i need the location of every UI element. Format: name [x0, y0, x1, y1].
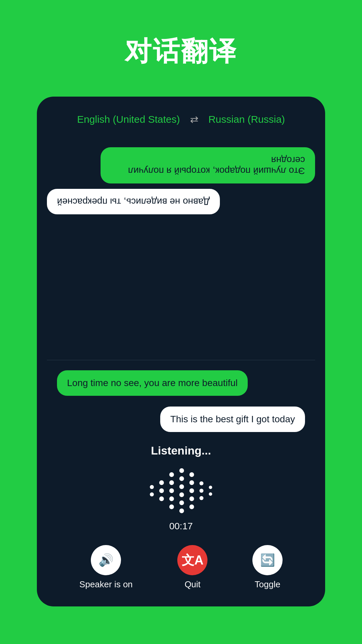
- lower-white-bubble: This is the best gift I got today: [160, 407, 305, 432]
- quit-control: 文A Quit: [177, 545, 207, 590]
- waveform: [150, 464, 212, 518]
- dot: [189, 504, 194, 509]
- dot: [159, 496, 164, 501]
- language-row: English (United States) ⇄ Russian (Russi…: [37, 110, 325, 135]
- translate-icon: 文A: [182, 552, 203, 569]
- dot: [199, 496, 203, 500]
- quit-label: Quit: [185, 579, 201, 590]
- speaker-button[interactable]: 🔊: [91, 545, 121, 575]
- dot: [199, 481, 203, 485]
- dot: [179, 476, 184, 481]
- listening-section: Listening...: [37, 437, 325, 542]
- dot: [169, 496, 174, 501]
- source-language[interactable]: English (United States): [77, 114, 180, 125]
- dot: [209, 486, 212, 489]
- speaker-control: 🔊 Speaker is on: [79, 545, 133, 590]
- lower-green-bubble: Long time no see, you are more beautiful: [57, 370, 248, 396]
- dot: [209, 492, 212, 496]
- toggle-label: Toggle: [255, 579, 281, 590]
- dot: [179, 484, 184, 489]
- refresh-icon: 🔄: [260, 553, 275, 567]
- dot: [199, 489, 203, 493]
- toggle-control: 🔄 Toggle: [252, 545, 283, 590]
- dot: [179, 468, 184, 473]
- dot: [169, 480, 174, 485]
- wave-col-1: [150, 485, 154, 496]
- listening-status: Listening...: [151, 444, 211, 457]
- dot: [169, 504, 174, 509]
- dot: [159, 488, 164, 493]
- wave-col-2: [159, 480, 164, 501]
- dot: [169, 472, 174, 477]
- dot: [189, 496, 194, 501]
- dot: [189, 472, 194, 477]
- wave-col-7: [209, 486, 212, 496]
- dot: [169, 488, 174, 493]
- speaker-label: Speaker is on: [79, 579, 133, 590]
- dot: [179, 492, 184, 497]
- wave-col-6: [199, 481, 203, 500]
- quit-button[interactable]: 文A: [177, 545, 207, 575]
- timer-display: 00:17: [169, 521, 193, 532]
- upper-chat-section: Давно не виделись, ты прекрасней Это луч…: [47, 135, 315, 360]
- dot: [189, 480, 194, 485]
- dot: [150, 492, 154, 496]
- target-language[interactable]: Russian (Russia): [208, 114, 285, 125]
- dot: [159, 480, 164, 485]
- dot: [189, 488, 194, 493]
- dot: [179, 508, 184, 513]
- wave-col-5: [189, 472, 194, 509]
- speaker-icon: 🔊: [99, 553, 114, 567]
- phone-card: English (United States) ⇄ Russian (Russi…: [37, 97, 325, 606]
- swap-languages-icon[interactable]: ⇄: [190, 113, 198, 125]
- upper-green-bubble: Это лучший подарок, который я получил се…: [101, 147, 315, 183]
- lower-chat-section: Long time no see, you are more beautiful…: [47, 360, 315, 437]
- dot: [150, 485, 154, 489]
- wave-col-4: [179, 468, 184, 513]
- upper-white-bubble: Давно не виделись, ты прекрасней: [47, 189, 220, 214]
- wave-col-3: [169, 472, 174, 509]
- bottom-controls: 🔊 Speaker is on 文A Quit 🔄 Toggle: [37, 542, 325, 590]
- dot: [179, 500, 184, 505]
- chat-area: Давно не виделись, ты прекрасней Это луч…: [37, 135, 325, 437]
- toggle-button[interactable]: 🔄: [252, 545, 283, 575]
- app-title: 对话翻译: [125, 34, 237, 70]
